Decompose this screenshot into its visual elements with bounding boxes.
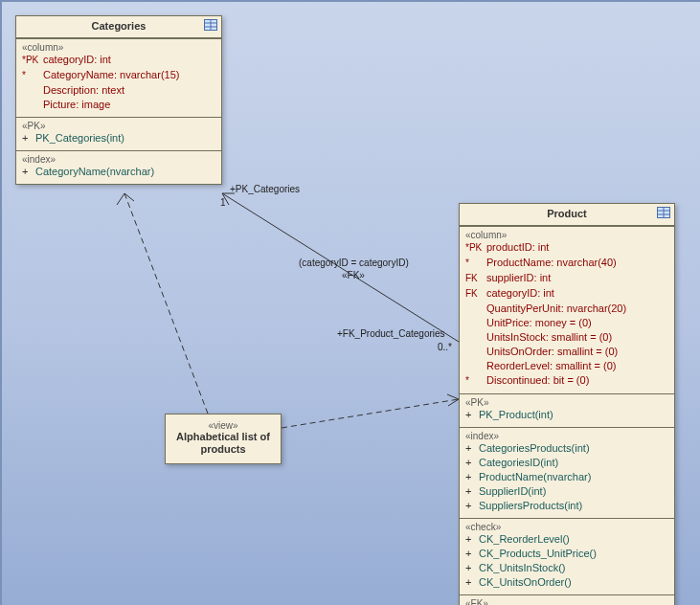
op-row: +SupplierID(int) xyxy=(465,484,668,499)
fk-stereotype: «FK» xyxy=(465,598,668,605)
op-row: +CategoryName(nvarchar) xyxy=(22,165,215,179)
col-text: categoryID: int xyxy=(486,286,554,300)
op-text: CK_UnitsInStock() xyxy=(479,561,565,574)
check-stereotype: «check» xyxy=(465,522,668,532)
column-row: *PKcategoryID: int xyxy=(22,53,215,68)
svg-line-10 xyxy=(282,399,459,428)
column-row: *ProductName: nvarchar(40) xyxy=(465,256,668,271)
op-text: CategoryName(nvarchar) xyxy=(35,165,154,178)
visibility-public-icon: + xyxy=(465,575,479,589)
categories-columns-section: «column» *PKcategoryID: int *CategoryNam… xyxy=(16,38,221,117)
columns-stereotype: «column» xyxy=(465,230,668,240)
assoc-label-pk-end: +PK_Categories xyxy=(230,184,300,194)
assoc-stereotype: «FK» xyxy=(342,270,365,280)
view-stereotype: «view» xyxy=(173,420,273,431)
entity-product-title: Product xyxy=(547,208,587,219)
visibility-public-icon: + xyxy=(465,441,479,455)
col-text: UnitPrice: money = (0) xyxy=(486,316,592,329)
column-row: FKcategoryID: int xyxy=(465,286,668,302)
op-text: ProductName(nvarchar) xyxy=(479,470,591,483)
visibility-public-icon: + xyxy=(465,408,479,421)
visibility-public-icon: + xyxy=(465,499,479,512)
assoc-constraint: (categoryID = categoryID) xyxy=(299,258,409,268)
op-text: PK_Categories(int) xyxy=(35,131,124,145)
op-row: +CK_ReorderLevel() xyxy=(465,532,668,547)
op-text: SupplierID(int) xyxy=(479,484,546,498)
col-text: ReorderLevel: smallint = (0) xyxy=(486,359,616,372)
categories-index-section: «index» +CategoryName(nvarchar) xyxy=(16,150,221,184)
product-fk-section: «FK» +FK_Product_Categories(int) +FK_Pro… xyxy=(460,594,674,605)
op-text: CK_ReorderLevel() xyxy=(479,532,570,546)
op-row: +PK_Product(int) xyxy=(465,408,668,422)
column-row: QuantityPerUnit: nvarchar(20) xyxy=(465,302,668,316)
product-pk-section: «PK» +PK_Product(int) xyxy=(460,393,674,427)
table-icon xyxy=(204,19,217,31)
column-row: *PKproductID: int xyxy=(465,240,668,256)
visibility-public-icon: + xyxy=(22,165,35,178)
op-row: +CategoriesProducts(int) xyxy=(465,441,668,456)
visibility-public-icon: + xyxy=(465,484,479,498)
column-row: UnitsOnOrder: smallint = (0) xyxy=(465,345,668,359)
svg-line-9 xyxy=(124,193,208,414)
col-text: supplierID: int xyxy=(486,271,551,284)
op-text: CK_Products_UnitPrice() xyxy=(479,547,597,560)
index-stereotype: «index» xyxy=(465,431,668,441)
column-row: *Discontinued: bit = (0) xyxy=(465,373,668,389)
op-text: CategoriesProducts(int) xyxy=(479,441,590,455)
col-text: ProductName: nvarchar(40) xyxy=(486,256,617,269)
op-row: +PK_Categories(int) xyxy=(22,131,215,146)
op-text: PK_Product(int) xyxy=(479,408,553,421)
op-row: +CK_UnitsOnOrder() xyxy=(465,575,668,590)
assoc-label-fk-end: +FK_Product_Categories xyxy=(337,328,445,339)
view-title: Alphabetical list of products xyxy=(173,431,273,456)
op-text: SuppliersProducts(int) xyxy=(479,499,582,512)
col-marker: * xyxy=(22,69,43,82)
categories-pk-section: «PK» +PK_Categories(int) xyxy=(16,117,221,150)
col-text: categoryID: int xyxy=(43,53,111,66)
column-row: UnitPrice: money = (0) xyxy=(465,316,668,330)
col-marker: *PK xyxy=(465,241,486,255)
op-row: +ProductName(nvarchar) xyxy=(465,470,668,484)
col-marker: * xyxy=(465,374,486,388)
product-index-section: «index» +CategoriesProducts(int) +Catego… xyxy=(460,427,674,518)
col-marker: *PK xyxy=(22,54,43,67)
pk-stereotype: «PK» xyxy=(465,397,668,408)
columns-stereotype: «column» xyxy=(22,42,215,53)
table-icon xyxy=(657,207,670,218)
col-text: UnitsOnOrder: smallint = (0) xyxy=(486,345,618,358)
op-row: +SuppliersProducts(int) xyxy=(465,499,668,513)
col-marker: * xyxy=(465,257,486,270)
column-row: Picture: image xyxy=(22,98,215,112)
col-marker: FK xyxy=(465,272,486,285)
col-text: CategoryName: nvarchar(15) xyxy=(43,68,179,81)
col-text: Picture: image xyxy=(43,98,110,111)
product-columns-section: «column» *PKproductID: int *ProductName:… xyxy=(460,226,674,393)
visibility-public-icon: + xyxy=(465,561,479,574)
visibility-public-icon: + xyxy=(465,532,479,546)
index-stereotype: «index» xyxy=(22,154,215,165)
entity-product-header[interactable]: Product xyxy=(460,204,674,226)
entity-categories-header[interactable]: Categories xyxy=(16,16,221,38)
entity-categories[interactable]: Categories «column» *PKcategoryID: int *… xyxy=(15,15,222,185)
visibility-public-icon: + xyxy=(465,470,479,483)
column-row: *CategoryName: nvarchar(15) xyxy=(22,68,215,83)
op-row: +CK_UnitsInStock() xyxy=(465,561,668,575)
entity-product[interactable]: Product «column» *PKproductID: int *Prod… xyxy=(459,203,675,605)
col-text: Discontinued: bit = (0) xyxy=(486,373,589,387)
visibility-public-icon: + xyxy=(465,547,479,560)
column-row: UnitsInStock: smallint = (0) xyxy=(465,330,668,345)
col-text: Description: ntext xyxy=(43,83,124,97)
assoc-mult-pk: 1 xyxy=(220,197,226,208)
op-text: CategoriesID(int) xyxy=(479,456,558,469)
pk-stereotype: «PK» xyxy=(22,121,215,131)
column-row: Description: ntext xyxy=(22,83,215,98)
op-row: +CK_Products_UnitPrice() xyxy=(465,547,668,561)
col-text: QuantityPerUnit: nvarchar(20) xyxy=(486,302,626,315)
col-marker: FK xyxy=(465,287,486,301)
view-alphabetical-list[interactable]: «view» Alphabetical list of products xyxy=(165,414,282,464)
visibility-public-icon: + xyxy=(22,131,35,145)
product-check-section: «check» +CK_ReorderLevel() +CK_Products_… xyxy=(460,518,674,594)
col-text: UnitsInStock: smallint = (0) xyxy=(486,330,612,344)
col-text: productID: int xyxy=(486,240,549,254)
column-row: ReorderLevel: smallint = (0) xyxy=(465,359,668,373)
